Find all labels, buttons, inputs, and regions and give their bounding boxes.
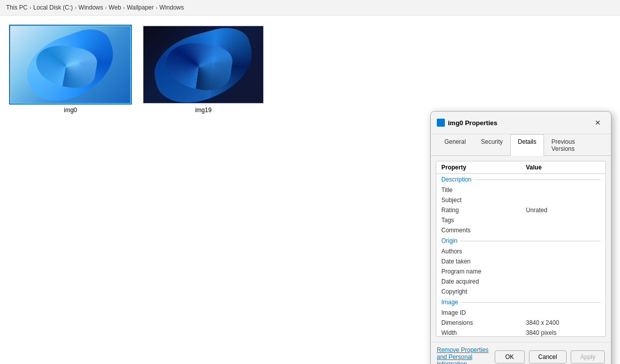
properties-table-wrapper[interactable]: Property Value Description Title [436, 161, 606, 337]
cancel-button[interactable]: Cancel [529, 350, 567, 363]
section-origin: Origin [436, 235, 605, 246]
close-button[interactable]: ✕ [591, 116, 605, 130]
dialog-footer: Remove Properties and Personal Informati… [431, 342, 611, 364]
row-program-name: Program name [436, 266, 605, 277]
remove-properties-link[interactable]: Remove Properties and Personal Informati… [437, 346, 495, 364]
prop-authors-value [521, 246, 605, 256]
prop-title-label: Title [436, 185, 521, 195]
prop-width-value: 3840 pixels [521, 328, 605, 337]
breadcrumb-item-windows2[interactable]: Windows [160, 4, 184, 11]
prop-tags-value [521, 215, 605, 225]
row-rating: Rating Unrated [436, 205, 605, 215]
prop-date-acquired-label: Date acquired [436, 277, 521, 287]
prop-width-label: Width [436, 328, 521, 337]
row-copyright: Copyright [436, 287, 605, 297]
section-origin-label: Origin [441, 237, 600, 244]
prop-image-id-value [521, 308, 605, 318]
thumb-img19-visual [143, 26, 263, 103]
prop-date-taken-value [521, 256, 605, 266]
breadcrumb-item-web[interactable]: Web [109, 4, 121, 11]
apply-button[interactable]: Apply [571, 350, 605, 363]
row-image-id: Image ID [436, 308, 605, 318]
thumb-img0-visual [11, 26, 130, 103]
prop-dimensions-label: Dimensions [436, 318, 521, 328]
prop-rating-label: Rating [436, 205, 521, 215]
breadcrumb-sep-1: › [30, 5, 31, 11]
properties-icon [437, 119, 445, 127]
row-tags: Tags [436, 215, 605, 225]
file-item-img19[interactable]: img19 [141, 24, 266, 116]
properties-table: Property Value Description Title [436, 161, 605, 337]
prop-image-id-label: Image ID [436, 308, 521, 318]
row-date-acquired: Date acquired [436, 277, 605, 287]
row-subject: Subject [436, 195, 605, 205]
file-item-img0[interactable]: img0 [8, 24, 133, 116]
thumbnail-img19 [143, 26, 264, 104]
tab-previous-versions[interactable]: Previous Versions [544, 134, 605, 156]
breadcrumb-sep-3: › [105, 5, 107, 11]
thumbnail-img0 [10, 26, 131, 104]
row-title: Title [436, 185, 605, 195]
prop-date-taken-label: Date taken [436, 256, 521, 266]
prop-authors-label: Authors [436, 246, 521, 256]
prop-title-value [521, 185, 605, 195]
row-comments: Comments [436, 225, 605, 235]
breadcrumb-item-localdisk[interactable]: Local Disk (C:) [33, 4, 73, 11]
tab-general[interactable]: General [437, 134, 474, 156]
section-image: Image [436, 297, 605, 308]
properties-dialog: img0 Properties ✕ General Security Detai… [430, 111, 611, 364]
row-width: Width 3840 pixels [436, 328, 605, 337]
tab-details[interactable]: Details [510, 134, 544, 156]
col-header-property: Property [436, 161, 521, 174]
prop-program-name-value [521, 266, 605, 277]
breadcrumb-item-windows[interactable]: Windows [79, 4, 103, 11]
section-description: Description [436, 174, 605, 186]
row-date-taken: Date taken [436, 256, 605, 266]
breadcrumb: This PC › Local Disk (C:) › Windows › We… [0, 0, 620, 16]
breadcrumb-sep-2: › [75, 5, 76, 11]
row-authors: Authors [436, 246, 605, 256]
prop-comments-label: Comments [436, 225, 521, 235]
prop-copyright-label: Copyright [436, 287, 521, 297]
section-description-label: Description [441, 176, 600, 183]
breadcrumb-sep-5: › [156, 5, 157, 11]
dialog-title: img0 Properties [448, 119, 497, 127]
dialog-buttons: OK Cancel Apply [495, 350, 605, 363]
prop-dimensions-value: 3840 x 2400 [521, 318, 605, 328]
section-image-label: Image [441, 299, 600, 306]
main-content: img0 img19 img0 Properties ✕ General [0, 16, 620, 361]
prop-rating-value: Unrated [521, 205, 605, 215]
breadcrumb-sep-4: › [123, 5, 125, 11]
prop-date-acquired-value [521, 277, 605, 287]
prop-comments-value [521, 225, 605, 235]
ok-button[interactable]: OK [495, 350, 525, 363]
breadcrumb-item-wallpaper[interactable]: Wallpaper [127, 4, 154, 11]
dialog-title-left: img0 Properties [437, 119, 497, 127]
dialog-titlebar: img0 Properties ✕ [431, 112, 611, 134]
breadcrumb-item-thispc[interactable]: This PC [6, 4, 28, 11]
prop-subject-value [521, 195, 605, 205]
row-dimensions: Dimensions 3840 x 2400 [436, 318, 605, 328]
dialog-tabs: General Security Details Previous Versio… [431, 134, 611, 156]
file-label-img19: img19 [195, 107, 212, 114]
prop-tags-label: Tags [436, 215, 521, 225]
file-label-img0: img0 [64, 107, 77, 114]
prop-subject-label: Subject [436, 195, 521, 205]
prop-program-name-label: Program name [436, 266, 521, 277]
col-header-value: Value [521, 161, 605, 174]
prop-copyright-value [521, 287, 605, 297]
tab-security[interactable]: Security [474, 134, 510, 156]
